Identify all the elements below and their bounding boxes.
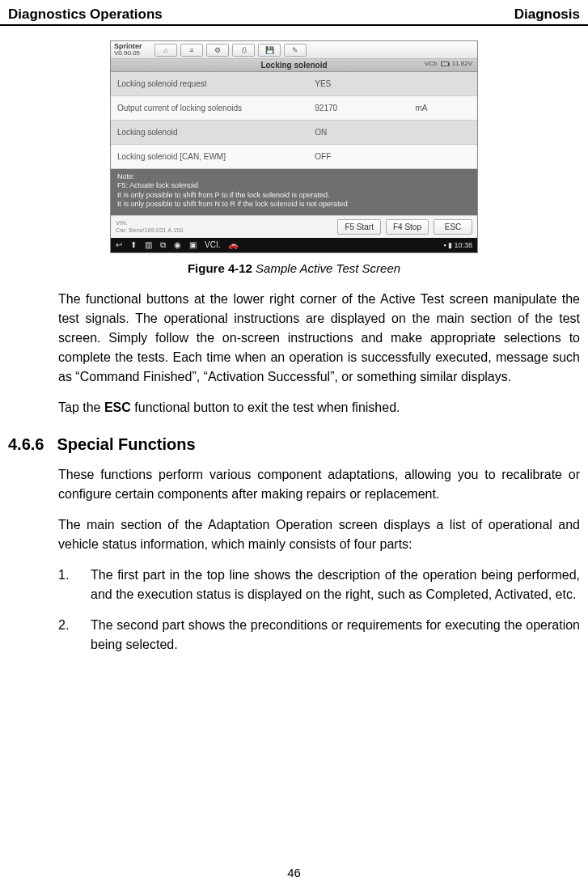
save-icon[interactable]: 💾 <box>258 44 281 57</box>
figure-status-right: VCb 11.82V <box>425 60 472 67</box>
f4-stop-button[interactable]: F4 Stop <box>386 219 429 235</box>
figure-title: Locking solenoid <box>260 61 327 70</box>
back-icon[interactable]: ↩ <box>116 240 122 250</box>
paragraph: Tap the ESC functional button to exit th… <box>8 398 580 417</box>
f5-start-button[interactable]: F5 Start <box>337 219 381 235</box>
page-content: Sprinter V0.90.05 ⌂ ≡ ⚙ ⎙ 💾 ✎ Locking so… <box>0 40 588 655</box>
separator-icon[interactable]: ≡ <box>180 44 203 57</box>
brand-version: V0.90.05 <box>114 50 151 57</box>
figure-buttons: F5 Start F4 Stop ESC <box>337 219 472 235</box>
row-value: YES <box>311 74 412 93</box>
pencil-icon[interactable]: ✎ <box>284 44 307 57</box>
note-line: It is only possible to shift from N to R… <box>117 200 471 209</box>
header-left: Diagnostics Operations <box>8 6 163 23</box>
car-label: Car: Benz/169.031 A 150 <box>116 227 183 234</box>
row-value: 92170 <box>311 99 412 117</box>
row-unit: mA <box>412 99 477 117</box>
up-icon[interactable]: ⬆ <box>130 240 137 250</box>
figure-titlebar: Locking solenoid VCb 11.82V <box>111 59 477 72</box>
list-text: The second part shows the preconditions … <box>91 616 580 655</box>
header-right: Diagnosis <box>514 6 580 23</box>
paragraph: These functions perform various componen… <box>8 465 580 504</box>
caption-label: Figure 4-12 <box>188 261 252 275</box>
list-number: 1. <box>58 566 73 604</box>
list-item: 2. The second part shows the preconditio… <box>58 616 580 655</box>
row-unit <box>412 79 477 89</box>
numbered-list: 1. The first part in the top line shows … <box>8 566 580 655</box>
figure-caption: Figure 4-12 Sample Active Test Screen <box>8 261 580 275</box>
row-unit <box>412 128 477 138</box>
figure-footer: VIN: Car: Benz/169.031 A 150 F5 Start F4… <box>111 215 477 238</box>
figure-systembar: ↩ ⬆ ▥ ⧉ ◉ ▣ VCI. 🚗 ▪ ▮ 10:38 <box>111 238 477 252</box>
settings-icon[interactable]: ⚙ <box>206 44 229 57</box>
screenshot-icon[interactable]: ⧉ <box>160 240 166 250</box>
row-value: OFF <box>311 147 412 166</box>
time-label: 10:38 <box>454 241 472 249</box>
system-time: ▪ ▮ 10:38 <box>443 241 472 249</box>
row-value: ON <box>311 123 412 142</box>
vci-label: VCb <box>425 60 438 67</box>
section-title: Special Functions <box>57 435 195 454</box>
esc-text: ESC <box>104 400 131 414</box>
figure-active-test: Sprinter V0.90.05 ⌂ ≡ ⚙ ⎙ 💾 ✎ Locking so… <box>110 40 478 253</box>
figure-vin: VIN: Car: Benz/169.031 A 150 <box>116 220 183 234</box>
esc-button[interactable]: ESC <box>434 219 472 235</box>
figure-topbar: Sprinter V0.90.05 ⌂ ≡ ⚙ ⎙ 💾 ✎ <box>111 41 477 59</box>
print-icon[interactable]: ⎙ <box>232 44 255 57</box>
caption-title: Sample Active Test Screen <box>256 261 400 275</box>
text: Tap the <box>58 400 104 414</box>
voltage-label: 11.82V <box>452 60 472 67</box>
paragraph: The functional buttons at the lower righ… <box>8 290 580 387</box>
section-heading: 4.6.6 Special Functions <box>8 435 580 454</box>
page-header: Diagnostics Operations Diagnosis <box>0 0 588 26</box>
figure-note: Note: F5: Actuate lock solenoid It is on… <box>111 169 477 215</box>
row-label: Locking solenoid request <box>111 74 311 93</box>
paragraph: The main section of the Adaptation Opera… <box>8 515 580 554</box>
battery-icon <box>441 61 449 66</box>
page-number: 46 <box>0 866 588 879</box>
car-icon[interactable]: 🚗 <box>228 240 238 250</box>
section-number: 4.6.6 <box>8 435 44 454</box>
table-row: Locking solenoid ON <box>111 121 477 145</box>
row-label: Locking solenoid <box>111 123 311 142</box>
note-line: F5: Actuate lock solenoid <box>117 181 471 190</box>
system-icons: ↩ ⬆ ▥ ⧉ ◉ ▣ VCI. 🚗 <box>116 240 238 250</box>
list-number: 2. <box>58 616 73 655</box>
figure-brand: Sprinter V0.90.05 <box>114 43 151 57</box>
note-line: It is only possible to shift from P to i… <box>117 191 471 200</box>
vci-icon[interactable]: VCI. <box>205 240 220 250</box>
camera-icon[interactable]: ◉ <box>174 240 181 250</box>
note-heading: Note: <box>117 172 471 181</box>
record-icon[interactable]: ▣ <box>189 240 197 250</box>
list-text: The first part in the top line shows the… <box>91 566 580 604</box>
text: functional button to exit the test when … <box>131 400 400 414</box>
row-label: Output current of locking solenoids <box>111 99 311 117</box>
table-row: Locking solenoid [CAN, EWM] OFF <box>111 145 477 169</box>
apps-icon[interactable]: ▥ <box>145 240 152 250</box>
table-row: Locking solenoid request YES <box>111 72 477 96</box>
table-row: Output current of locking solenoids 9217… <box>111 96 477 121</box>
home-icon[interactable]: ⌂ <box>154 44 177 57</box>
row-unit <box>412 152 477 162</box>
list-item: 1. The first part in the top line shows … <box>58 566 580 604</box>
row-label: Locking solenoid [CAN, EWM] <box>111 147 311 166</box>
